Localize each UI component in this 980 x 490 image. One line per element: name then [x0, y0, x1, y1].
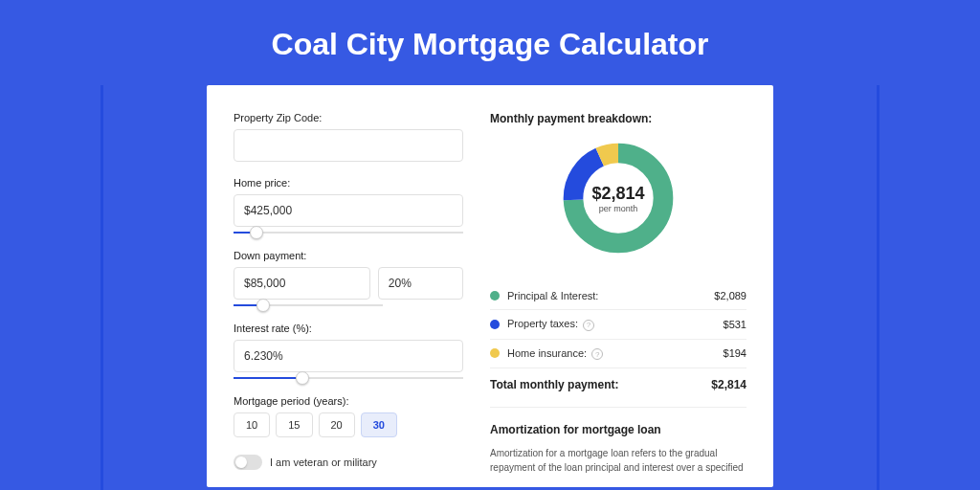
total-value: $2,814 — [711, 378, 746, 391]
amortization-title: Amortization for mortgage loan — [490, 423, 746, 436]
period-button-30[interactable]: 30 — [361, 412, 397, 437]
down-amount-input[interactable] — [234, 267, 370, 300]
legend-item: Home insurance:?$194 — [490, 340, 746, 369]
amortization-section: Amortization for mortgage loan Amortizat… — [490, 407, 746, 475]
legend-value: $194 — [724, 347, 746, 359]
period-label: Mortgage period (years): — [234, 395, 463, 407]
zip-label: Property Zip Code: — [234, 112, 463, 123]
legend-dot-icon — [490, 320, 500, 329]
legend-label: Principal & Interest: — [507, 290, 714, 301]
price-slider[interactable] — [234, 227, 463, 240]
form-column: Property Zip Code: Home price: Down paym… — [234, 112, 463, 487]
slider-thumb-icon[interactable] — [296, 371, 309, 385]
legend-dot-icon — [490, 291, 500, 301]
info-icon[interactable]: ? — [591, 348, 603, 360]
zip-input[interactable] — [234, 129, 463, 162]
breakdown-legend: Principal & Interest:$2,089Property taxe… — [490, 282, 746, 368]
rate-input[interactable] — [234, 340, 463, 372]
legend-label: Property taxes:? — [507, 318, 724, 331]
legend-dot-icon — [490, 348, 500, 358]
veteran-toggle[interactable] — [234, 455, 262, 470]
period-button-group: 10152030 — [234, 412, 463, 437]
total-label: Total monthly payment: — [490, 378, 711, 391]
down-slider[interactable] — [234, 300, 383, 313]
period-button-10[interactable]: 10 — [234, 412, 270, 437]
rate-label: Interest rate (%): — [234, 323, 463, 334]
period-button-20[interactable]: 20 — [319, 412, 355, 437]
legend-value: $531 — [724, 319, 746, 330]
legend-label: Home insurance:? — [507, 347, 724, 361]
donut-center-amount: $2,814 — [591, 184, 644, 204]
donut-center-sub: per month — [599, 204, 638, 213]
price-label: Home price: — [234, 177, 463, 189]
legend-value: $2,089 — [714, 290, 746, 301]
down-label: Down payment: — [234, 250, 463, 261]
rate-slider[interactable] — [234, 372, 463, 386]
toggle-knob-icon — [235, 457, 247, 468]
page-title: Coal City Mortgage Calculator — [0, 0, 980, 85]
slider-thumb-icon[interactable] — [250, 226, 263, 239]
legend-item: Principal & Interest:$2,089 — [490, 282, 746, 310]
amortization-text: Amortization for a mortgage loan refers … — [490, 446, 746, 475]
veteran-label: I am veteran or military — [270, 457, 377, 468]
legend-item: Property taxes:?$531 — [490, 310, 746, 340]
period-button-15[interactable]: 15 — [276, 412, 312, 437]
price-input[interactable] — [234, 194, 463, 227]
results-column: Monthly payment breakdown: $2,814 per mo… — [490, 112, 746, 487]
calculator-card: Property Zip Code: Home price: Down paym… — [207, 85, 773, 487]
info-icon[interactable]: ? — [583, 320, 594, 331]
total-row: Total monthly payment: $2,814 — [490, 368, 746, 401]
breakdown-title: Monthly payment breakdown: — [490, 112, 746, 125]
down-percent-input[interactable] — [378, 267, 463, 300]
payment-donut-chart: $2,814 per month — [559, 139, 678, 257]
slider-thumb-icon[interactable] — [256, 299, 270, 312]
